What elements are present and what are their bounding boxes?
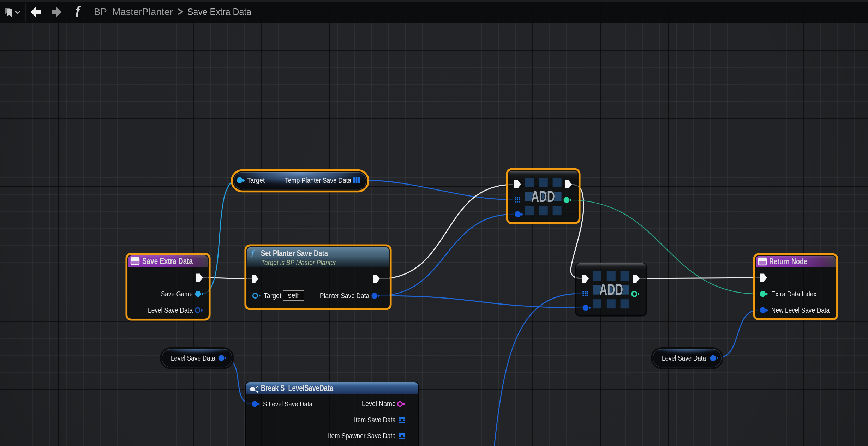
svg-text:ADD: ADD: [599, 281, 623, 298]
svg-text:Level Name: Level Name: [362, 400, 396, 408]
svg-text:New Level Save Data: New Level Save Data: [771, 306, 830, 314]
svg-text:Planter Save Data: Planter Save Data: [320, 292, 370, 300]
svg-text:Save Game: Save Game: [161, 290, 193, 298]
svg-text:BP_MasterPlanter: BP_MasterPlanter: [94, 6, 173, 17]
svg-text:Save Extra Data: Save Extra Data: [142, 256, 193, 266]
svg-text:S Level Save Data: S Level Save Data: [263, 400, 313, 408]
svg-text:Level Save Data: Level Save Data: [148, 306, 193, 314]
svg-text:Temp Planter Save Data: Temp Planter Save Data: [285, 176, 352, 184]
svg-text:Save Extra Data: Save Extra Data: [187, 6, 251, 17]
svg-text:Level Save Data: Level Save Data: [171, 354, 216, 362]
svg-text:Target is BP Master Planter: Target is BP Master Planter: [261, 259, 336, 266]
svg-text:Item Spawner Save Data: Item Spawner Save Data: [328, 432, 396, 440]
svg-text:Extra Data Index: Extra Data Index: [771, 290, 816, 298]
svg-text:Target: Target: [247, 176, 265, 184]
svg-text:Target: Target: [264, 292, 281, 300]
svg-text:Level Save Data: Level Save Data: [662, 354, 706, 362]
svg-text:ADD: ADD: [531, 188, 555, 205]
svg-text:Item Save Data: Item Save Data: [354, 416, 396, 424]
svg-text:self: self: [288, 291, 299, 299]
svg-text:Return Node: Return Node: [769, 257, 807, 266]
svg-text:Break S_LevelSaveData: Break S_LevelSaveData: [261, 383, 333, 393]
svg-text:Set Planter Save Data: Set Planter Save Data: [261, 248, 328, 258]
